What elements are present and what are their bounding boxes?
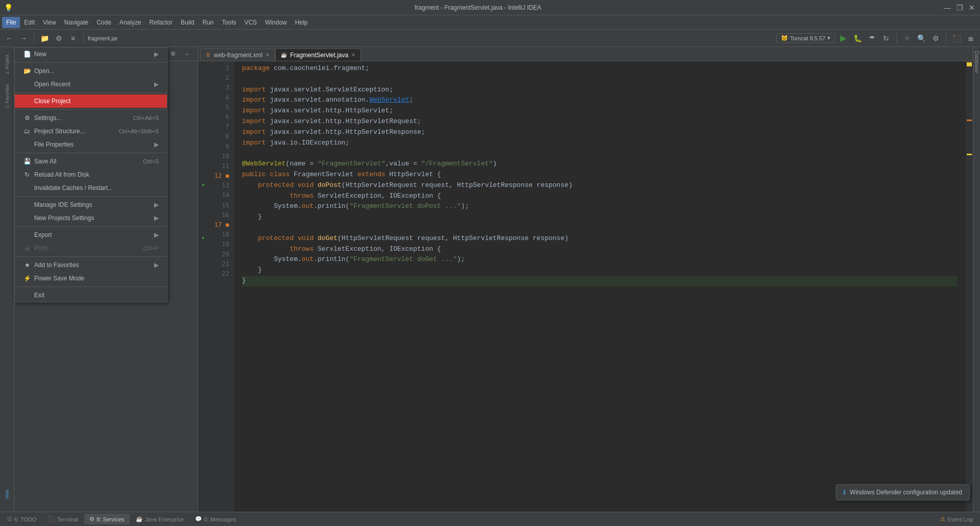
line-num-13: 13 [212,181,229,190]
menu-item-open-label: Open... [34,67,54,75]
menu-window[interactable]: Window [261,17,291,28]
menu-item-invalidate[interactable]: Invalidate Caches / Restart... [15,181,167,195]
menu-file[interactable]: File [2,17,20,28]
menu-item-export[interactable]: Export ▶ [15,228,167,242]
menu-item-close-project[interactable]: Close Project [15,94,167,108]
bottom-tab-services[interactable]: ⚙ 8: Services [84,514,129,524]
line-num-18: 18 [212,230,229,240]
menu-item-print[interactable]: 🖨 Print... Ctrl+P [15,242,167,255]
menu-run[interactable]: Run [199,17,218,28]
java-enterprise-icon: ☕ [136,516,143,522]
bottom-tab-todo[interactable]: ☑ 6: TODO [2,514,42,524]
menu-help[interactable]: Help [291,17,312,28]
gutter-14 [198,201,208,212]
menu-item-print-label: Print... [34,245,52,252]
left-panel-icons: 1: Project 2: Favorites Web [0,47,14,512]
tab-web-fragment-close[interactable]: ✕ [265,52,270,58]
bottom-tab-java-enterprise-label: Java Enterprise [145,516,184,522]
favorites-panel-icon[interactable]: 2: Favorites [1,81,13,111]
gutter-icons: ● ● [198,61,208,512]
forward-button[interactable]: → [17,32,30,44]
gutter-13 [198,191,208,202]
gutter-warning-1 [967,62,972,66]
jar-label: fragment.jar [88,35,118,41]
menu-tools[interactable]: Tools [218,17,240,28]
tab-web-fragment[interactable]: 🗎 web-fragment.xml ✕ [200,49,275,61]
menu-item-settings-shortcut: Ctrl+Alt+S [133,115,159,121]
code-editor[interactable]: ● ● 1 2 3 4 5 6 7 8 9 [198,61,973,512]
reload-icon: ↻ [23,171,31,179]
web-panel-icon[interactable]: Web [1,479,13,510]
search-everywhere-button[interactable]: 🔍 [915,32,927,44]
menu-item-add-favorites-label: Add to Favorites [34,261,79,269]
gutter-17[interactable]: ● [198,233,208,244]
menu-item-file-properties-arrow: ▶ [154,141,159,148]
code-content[interactable]: package com.caochenlei.fragment; import … [234,61,966,512]
menu-item-open[interactable]: 📂 Open... [15,64,167,78]
menu-item-save-all[interactable]: 💾 Save All Ctrl+S [15,155,167,168]
settings2-button[interactable]: ⚙ [929,32,942,44]
bottom-tab-terminal[interactable]: ⬛ Terminal [43,514,84,524]
menu-view[interactable]: View [39,17,60,28]
menu-code[interactable]: Code [92,17,115,28]
file-panel-close[interactable]: − [181,48,193,60]
maximize-button[interactable]: ❐ [955,4,964,12]
terminal-button[interactable]: ⬛ [950,32,963,44]
menu-edit[interactable]: Edit [20,17,39,28]
menu-item-new[interactable]: 📄 New ▶ [15,47,167,61]
menu-item-reload[interactable]: ↻ Reload All from Disk [15,168,167,181]
back-button[interactable]: ← [3,32,15,44]
menu-item-settings[interactable]: ⚙ Settings... Ctrl+Alt+S [15,111,167,125]
power-save-icon: ⚡ [23,274,31,282]
new-icon: 📄 [23,50,31,58]
minimize-button[interactable]: — [943,4,951,12]
run-config-selector[interactable]: 🐱 Tomcat 8.5.57 ▾ [776,33,835,43]
menu-item-power-save[interactable]: ⚡ Power Save Mode [15,272,167,285]
align-button[interactable]: ≡ [67,32,79,44]
bottom-tab-messages-label: 0: Messages [204,516,236,522]
sep-6 [15,226,167,227]
menu-item-file-properties[interactable]: File Properties ▶ [15,138,167,151]
run-button[interactable]: ▶ [837,32,849,44]
menu-item-new-projects-arrow: ▶ [154,214,159,222]
project-panel-icon[interactable]: 1: Project [1,49,13,80]
code-line-2 [242,74,958,85]
menu-navigate[interactable]: Navigate [60,17,92,28]
java-file-icon: ☕ [281,52,287,58]
code-line-22 [242,286,958,297]
coverage-button[interactable]: ☂ [866,32,878,44]
tab-fragment-servlet[interactable]: ☕ FragmentServlet.java ✕ [275,49,361,61]
menu-build[interactable]: Build [177,17,199,28]
bottom-tab-event-log[interactable]: ⚠ Event Log [935,514,978,524]
project-view-button[interactable]: 📁 [38,32,51,44]
menu-analyze[interactable]: Analyze [115,17,145,28]
menu-item-manage-ide[interactable]: Manage IDE Settings ▶ [15,198,167,211]
services-icon: ⚙ [89,516,94,522]
file-panel-settings[interactable]: ⚙ [167,48,179,60]
close-button[interactable]: ✕ [968,4,976,12]
menu-refactor[interactable]: Refactor [145,17,177,28]
debug-button[interactable]: 🐛 [851,32,864,44]
database-panel-icon[interactable]: Database [974,49,979,75]
menu-item-exit[interactable]: Exit [15,289,167,302]
line-num-19: 19 [212,240,229,249]
terminal-icon: ⬛ [48,516,55,522]
tab-fragment-servlet-close[interactable]: ✕ [351,52,355,58]
menu-vcs[interactable]: VCS [240,17,261,28]
code-line-4: import javax.servlet.annotation.WebServl… [242,95,958,106]
event-log-icon: ⚠ [940,516,945,522]
bottom-tab-messages[interactable]: 💬 0: Messages [190,514,241,524]
settings-button[interactable]: ⚙ [53,32,65,44]
bottom-tab-java-enterprise[interactable]: ☕ Java Enterprise [131,514,189,524]
structure-button[interactable]: ≣ [965,32,977,44]
code-line-11: public class FragmentServlet extends Htt… [242,170,958,180]
vcs-button[interactable]: ⑂ [901,32,913,44]
gutter-12[interactable]: ● [198,180,208,191]
menu-item-project-structure[interactable]: 🗂 Project Structure... Ctrl+Alt+Shift+S [15,125,167,138]
menu-item-new-projects[interactable]: New Projects Settings ▶ [15,211,167,225]
messages-icon: 💬 [195,516,202,522]
reload-button[interactable]: ↻ [880,32,892,44]
menu-item-open-recent[interactable]: Open Recent ▶ [15,78,167,91]
title-bar: 💡 fragment - FragmentServlet.java - Inte… [0,0,980,15]
menu-item-add-favorites[interactable]: ★ Add to Favorites ▶ [15,258,167,272]
